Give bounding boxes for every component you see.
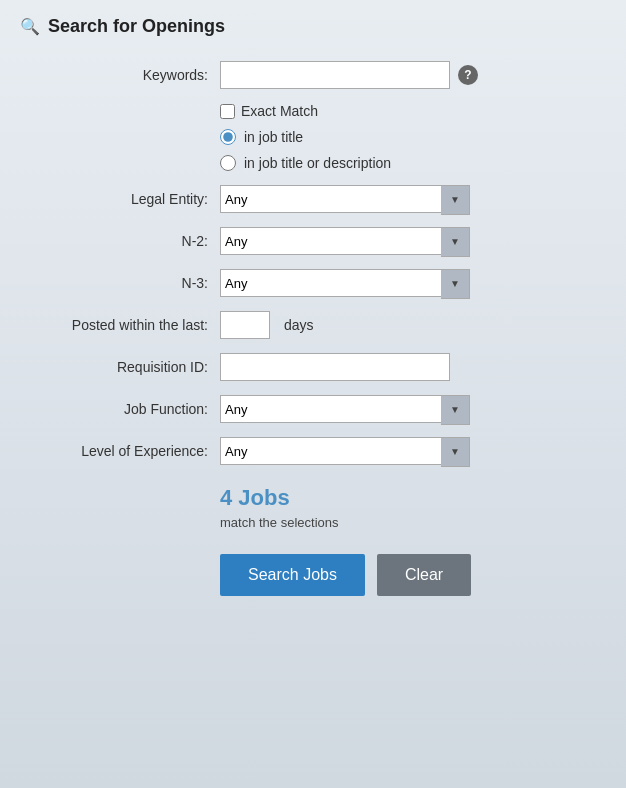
radio-in-job-title-label: in job title xyxy=(244,129,303,145)
level-of-experience-row: Level of Experience: Any xyxy=(20,437,606,465)
keywords-input[interactable] xyxy=(220,61,450,89)
keywords-row: Keywords: ? xyxy=(20,61,606,89)
legal-entity-select-wrapper: Any xyxy=(220,185,470,213)
n3-label: N-3: xyxy=(20,275,220,291)
jobs-match-text: match the selections xyxy=(220,515,606,530)
job-function-select[interactable]: Any xyxy=(220,395,470,423)
keywords-control-area: ? xyxy=(220,61,606,89)
radio-in-job-title[interactable] xyxy=(220,129,236,145)
requisition-id-label: Requisition ID: xyxy=(20,359,220,375)
exact-match-row: Exact Match xyxy=(220,103,606,119)
help-icon[interactable]: ? xyxy=(458,65,478,85)
keywords-label: Keywords: xyxy=(20,67,220,83)
job-function-control: Any xyxy=(220,395,606,423)
legal-entity-control: Any xyxy=(220,185,606,213)
search-jobs-button[interactable]: Search Jobs xyxy=(220,554,365,596)
job-function-select-wrapper: Any xyxy=(220,395,470,423)
n2-select-wrapper: Any xyxy=(220,227,470,255)
page-title: 🔍 Search for Openings xyxy=(20,16,606,37)
level-of-experience-select-wrapper: Any xyxy=(220,437,470,465)
radio-in-job-title-or-description[interactable] xyxy=(220,155,236,171)
n3-select-wrapper: Any xyxy=(220,269,470,297)
clear-button[interactable]: Clear xyxy=(377,554,471,596)
page-container: 🔍 Search for Openings Keywords: ? Exact … xyxy=(0,0,626,788)
requisition-id-control xyxy=(220,353,606,381)
radio-in-job-title-or-description-label: in job title or description xyxy=(244,155,391,171)
legal-entity-label: Legal Entity: xyxy=(20,191,220,207)
search-scope-radio-group: in job title in job title or description xyxy=(220,129,606,171)
days-input[interactable] xyxy=(220,311,270,339)
n2-control: Any xyxy=(220,227,606,255)
n2-row: N-2: Any xyxy=(20,227,606,255)
level-of-experience-select[interactable]: Any xyxy=(220,437,470,465)
n3-row: N-3: Any xyxy=(20,269,606,297)
exact-match-checkbox[interactable] xyxy=(220,104,235,119)
n2-label: N-2: xyxy=(20,233,220,249)
radio-option-title: in job title xyxy=(220,129,606,145)
job-function-label: Job Function: xyxy=(20,401,220,417)
job-function-row: Job Function: Any xyxy=(20,395,606,423)
posted-within-label: Posted within the last: xyxy=(20,317,220,333)
radio-option-description: in job title or description xyxy=(220,155,606,171)
jobs-count: 4 Jobs xyxy=(220,485,606,511)
requisition-id-input[interactable] xyxy=(220,353,450,381)
exact-match-label: Exact Match xyxy=(241,103,318,119)
posted-within-control: days xyxy=(220,311,606,339)
posted-within-row: Posted within the last: days xyxy=(20,311,606,339)
search-icon-title: 🔍 xyxy=(20,17,40,36)
n2-select[interactable]: Any xyxy=(220,227,470,255)
legal-entity-select[interactable]: Any xyxy=(220,185,470,213)
buttons-section: Search Jobs Clear xyxy=(220,554,606,596)
legal-entity-row: Legal Entity: Any xyxy=(20,185,606,213)
level-of-experience-label: Level of Experience: xyxy=(20,443,220,459)
days-label: days xyxy=(284,317,314,333)
results-section: 4 Jobs match the selections xyxy=(220,485,606,530)
requisition-id-row: Requisition ID: xyxy=(20,353,606,381)
level-of-experience-control: Any xyxy=(220,437,606,465)
n3-control: Any xyxy=(220,269,606,297)
n3-select[interactable]: Any xyxy=(220,269,470,297)
